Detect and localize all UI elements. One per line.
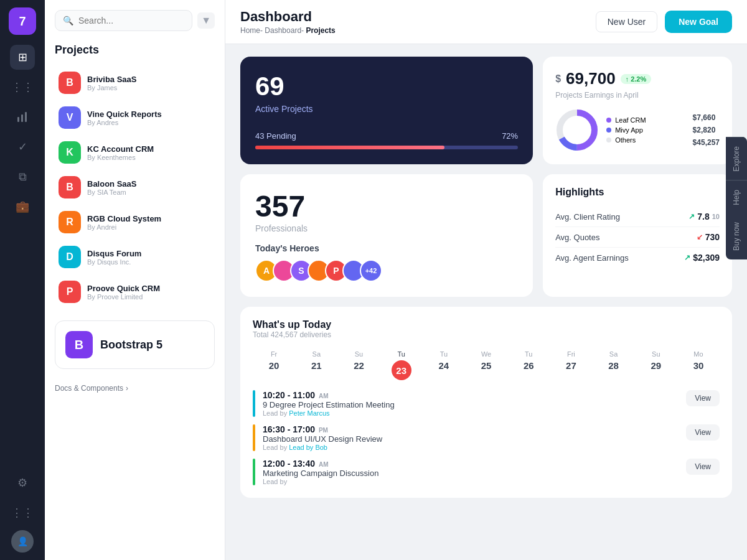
event-bar [253, 459, 255, 485]
projects-panel: 🔍 ▼ Projects B Briviba SaaS By James V V… [45, 0, 225, 560]
header-actions: New User New Goal [596, 11, 732, 33]
sidebar-item-layers[interactable]: ⧉ [10, 164, 35, 189]
bootstrap-card[interactable]: B Bootstrap 5 [55, 320, 215, 369]
day-name: Tu [440, 350, 448, 358]
calendar-day[interactable]: We 25 [465, 350, 507, 380]
event-time: 10:20 - 11:00 AM [263, 390, 395, 400]
search-row: 🔍 ▼ [55, 10, 215, 31]
professionals-number: 357 [255, 189, 518, 223]
active-projects-label: Active Projects [255, 104, 518, 114]
bottom-section: What's up Today Total 424,567 deliveries… [240, 307, 732, 498]
event-view-button[interactable]: View [686, 459, 720, 475]
calendar-day[interactable]: Fri 27 [550, 350, 592, 380]
project-item[interactable]: B Baloon SaaS By SIA Team [55, 171, 215, 203]
new-user-button[interactable]: New User [596, 11, 657, 32]
project-by: By Keenthemes [87, 154, 154, 161]
sidebar-item-dashboard[interactable]: ⊞ [10, 45, 35, 70]
project-name: Baloon SaaS [87, 179, 136, 189]
project-item[interactable]: P Proove Quick CRM By Proove Limited [55, 276, 215, 308]
search-input[interactable] [78, 16, 184, 26]
event-person-link[interactable]: Lead by Bob [289, 444, 327, 451]
calendar-day[interactable]: Tu 26 [507, 350, 550, 380]
header: Dashboard Home- Dashboard- Projects New … [225, 0, 747, 44]
sidebar-user-avatar[interactable]: 👤 [11, 530, 34, 553]
legend-dot [606, 128, 611, 133]
project-item[interactable]: B Briviba SaaS By James [55, 67, 215, 99]
highlights-list: Avg. Client Rating ↗ 7.8 10 Avg. Quotes … [555, 207, 720, 268]
legend-name: Mivy App [615, 126, 643, 134]
project-name: Disqus Forum [87, 249, 141, 258]
ap-pending: 43 Pending [255, 131, 296, 141]
event-ampm: PM [319, 427, 328, 434]
day-number: 24 [439, 360, 449, 371]
sidebar-item-check[interactable]: ✓ [10, 134, 35, 159]
search-icon: 🔍 [63, 16, 73, 26]
explore-tab[interactable]: Explore [726, 137, 747, 180]
active-projects-number: 69 [255, 72, 518, 101]
search-input-wrap: 🔍 [55, 10, 192, 31]
earnings-badge: ↑ 2.2% [621, 74, 652, 84]
day-name: Fr [271, 350, 277, 358]
project-by: By Disqus Inc. [87, 258, 141, 266]
new-goal-button[interactable]: New Goal [665, 11, 732, 33]
project-info: RGB Cloud System By Andrei [87, 214, 161, 231]
project-info: Vine Quick Reports By Andres [87, 110, 162, 126]
docs-link[interactable]: Docs & Components › [55, 384, 215, 393]
project-logo: B [59, 176, 81, 198]
filter-icon[interactable]: ▼ [197, 12, 215, 29]
legend-dot [606, 138, 611, 142]
heroes-more: +42 [360, 259, 382, 282]
project-by: By James [87, 84, 137, 91]
earnings-dollar: $ [555, 73, 561, 85]
project-info: Baloon SaaS By SIA Team [87, 179, 136, 196]
sidebar-item-grid[interactable]: ⋮⋮ [10, 75, 35, 100]
project-info: KC Account CRM By Keenthemes [87, 144, 154, 161]
right-tabs: Explore Help Buy now [726, 137, 747, 259]
earnings-legend: Leaf CRMMivy AppOthers [606, 116, 646, 144]
project-item[interactable]: V Vine Quick Reports By Andres [55, 101, 215, 134]
calendar-day[interactable]: Tu 24 [423, 350, 465, 380]
calendar-day[interactable]: Sa 28 [593, 350, 635, 380]
buy-now-tab[interactable]: Buy now [726, 213, 747, 259]
heroes-section: Today's Heroes ASP+42 [255, 243, 518, 282]
project-logo: B [59, 72, 81, 94]
project-by: By Proove Limited [87, 293, 160, 301]
highlight-row: Avg. Agent Earnings ↗ $2,309 [555, 248, 720, 268]
sidebar-item-settings[interactable]: ⚙ [10, 470, 35, 495]
highlight-label: Avg. Client Rating [555, 212, 620, 222]
earnings-amount: $ 69,700 ↑ 2.2% [555, 69, 720, 88]
project-item[interactable]: K KC Account CRM By Keenthemes [55, 136, 215, 169]
event-name: Dashboard UI/UX Design Review [263, 434, 382, 444]
whatsup-title: What's up Today [253, 319, 331, 330]
event-person-link[interactable]: Peter Marcus [289, 409, 329, 417]
calendar-day[interactable]: Su 22 [337, 350, 380, 380]
project-name: Briviba SaaS [87, 75, 137, 84]
event-view-button[interactable]: View [686, 424, 720, 441]
calendar-day[interactable]: Tu 23 [380, 350, 423, 380]
event-view-button[interactable]: View [686, 390, 720, 406]
project-item[interactable]: R RGB Cloud System By Andrei [55, 206, 215, 238]
day-number: 29 [651, 360, 661, 371]
calendar-day[interactable]: Mo 30 [677, 350, 720, 380]
earnings-label: Projects Earnings in April [555, 91, 720, 100]
projects-title: Projects [55, 44, 215, 57]
main-wrapper: Dashboard Home- Dashboard- Projects New … [225, 0, 747, 560]
calendar-days: Fr 20 Sa 21 Su 22 Tu 23 Tu 24 We 25 Tu 2… [253, 350, 720, 380]
calendar-day[interactable]: Su 29 [635, 350, 677, 380]
calendar-day[interactable]: Sa 21 [295, 350, 337, 380]
sidebar-item-briefcase[interactable]: 💼 [10, 194, 35, 219]
user-avatar-number[interactable]: 7 [9, 7, 36, 35]
event-time: 12:00 - 13:40 AM [263, 459, 378, 469]
event-ampm: AM [319, 461, 329, 468]
dashboard-body: 69 Active Projects 43 Pending 72% $ [225, 44, 747, 560]
day-number: 21 [311, 360, 322, 371]
project-item[interactable]: D Disqus Forum By Disqus Inc. [55, 241, 215, 273]
sidebar-item-chart[interactable] [10, 105, 35, 129]
sidebar-item-grid2[interactable]: ⋮⋮ [10, 500, 35, 525]
event-lead: Lead by Peter Marcus [263, 409, 395, 417]
help-tab[interactable]: Help [726, 180, 747, 214]
legend-name: Others [615, 136, 636, 144]
project-by: By SIA Team [87, 189, 136, 196]
day-number: 26 [524, 360, 534, 371]
calendar-day[interactable]: Fr 20 [253, 350, 295, 380]
